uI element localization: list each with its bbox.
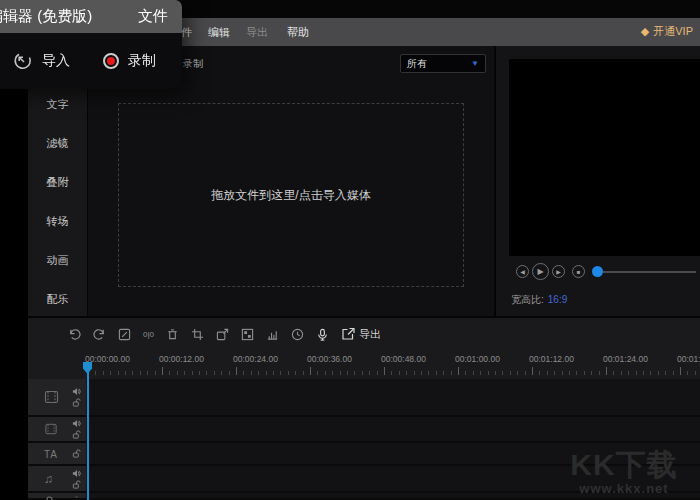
timeline-panel: 0|0 导出 00:00:00.00 00:00:12.00 00:00:24.… [28, 316, 700, 500]
aspect-label: 宽高比: [511, 294, 544, 305]
duration-button[interactable] [291, 328, 304, 341]
sidebar-item-animation[interactable]: 动画 [28, 253, 87, 268]
video-track-icon [44, 423, 58, 435]
mute-toggle-icon[interactable] [72, 419, 81, 428]
track-header-text[interactable]: TA [28, 443, 86, 466]
reverse-button[interactable] [216, 328, 229, 341]
dropzone-text: 拖放文件到这里/点击导入媒体 [211, 187, 370, 204]
popup-menu-file[interactable]: 文件 [138, 7, 168, 26]
export-button[interactable]: 导出 [341, 327, 381, 342]
sidebar-item-music[interactable]: 配乐 [28, 292, 87, 307]
reverse-icon [216, 328, 229, 341]
levels-button[interactable] [266, 328, 279, 341]
record-menu-button[interactable]: 录制 [103, 52, 156, 70]
track-lane-video-1[interactable] [86, 379, 700, 417]
track-lane-music[interactable] [86, 466, 700, 493]
ruler-label: 00:01:00.00 [455, 354, 500, 364]
lock-toggle-icon[interactable] [72, 398, 81, 407]
next-frame-button[interactable]: ▶ [552, 265, 565, 278]
media-filter-value: 所有 [407, 57, 471, 71]
playhead-line[interactable] [87, 363, 89, 500]
ruler-label: 00:00:12.00 [159, 354, 204, 364]
track-lane-audio[interactable] [86, 493, 700, 500]
app-window: 文件 编辑 导出 帮助 ◆ 开通VIP 文字 滤镜 叠附 转场 动画 配乐 录制… [0, 0, 700, 500]
export-icon [341, 327, 355, 341]
ruler-label: 00:00:24.00 [233, 354, 278, 364]
aspect-ratio: 宽高比:16:9 [511, 293, 567, 307]
stop-button[interactable]: ■ [572, 265, 585, 278]
import-label: 导入 [42, 52, 70, 70]
next-frame-icon: ▶ [556, 268, 561, 275]
media-dropzone[interactable]: 拖放文件到这里/点击导入媒体 [118, 103, 464, 287]
menu-help[interactable]: 帮助 [287, 25, 309, 40]
record-dot-icon [103, 53, 119, 69]
ruler-label: 00:01:36.00 [677, 354, 700, 364]
levels-icon [266, 328, 279, 341]
popup-body: 导入 录制 [0, 33, 182, 89]
prev-frame-button[interactable]: ◀ [516, 265, 529, 278]
ruler-label: 00:01:24.00 [603, 354, 648, 364]
playback-controls: ◀ ▶ ▶ ■ [496, 261, 700, 283]
mosaic-icon [241, 328, 254, 341]
import-button[interactable]: 导入 [13, 51, 70, 71]
track-header-music[interactable]: ♫ [28, 466, 86, 493]
stop-icon: ■ [577, 269, 581, 275]
menu-export[interactable]: 导出 [246, 25, 268, 40]
delete-icon [166, 328, 179, 341]
track-lane-video-2[interactable] [86, 417, 700, 443]
media-filter-dropdown[interactable]: 所有 ▼ [400, 54, 486, 73]
timeline-toolbar: 0|0 导出 [28, 318, 700, 350]
undo-icon [68, 328, 81, 341]
sidebar-item-filter[interactable]: 滤镜 [28, 136, 87, 151]
track-row-text: TA [28, 443, 700, 466]
prev-frame-icon: ◀ [520, 268, 525, 275]
timeline-ruler[interactable]: 00:00:00.00 00:00:12.00 00:00:24.00 00:0… [28, 350, 700, 377]
track-header-audio[interactable] [28, 493, 86, 500]
aspect-value[interactable]: 16:9 [548, 294, 567, 305]
ruler-label: 00:00:48.00 [381, 354, 426, 364]
lock-toggle-icon[interactable] [72, 430, 81, 439]
track-row-audio [28, 493, 700, 500]
vip-button[interactable]: ◆ 开通VIP [641, 24, 693, 39]
import-circle-icon [13, 51, 33, 71]
undo-button[interactable] [68, 328, 81, 341]
redo-button[interactable] [93, 328, 106, 341]
video-track-icon [44, 390, 59, 404]
sidebar-item-text[interactable]: 文字 [28, 97, 87, 112]
mute-toggle-icon[interactable] [72, 469, 81, 478]
zoom-callout-popup: 编辑器 (免费版) 文件 导入 录制 [0, 0, 182, 89]
preview-panel: ◀ ▶ ▶ ■ 宽高比:16:9 [494, 46, 700, 316]
vip-label: 开通VIP [653, 24, 693, 39]
crop-button[interactable] [191, 328, 204, 341]
menu-edit[interactable]: 编辑 [208, 25, 230, 40]
edit-button[interactable] [118, 328, 131, 341]
split-icon: 0|0 [143, 330, 154, 339]
split-button[interactable]: 0|0 [143, 330, 154, 339]
mute-toggle-icon[interactable] [72, 496, 81, 498]
seek-bar[interactable] [596, 271, 696, 273]
play-button[interactable]: ▶ [532, 263, 549, 280]
voiceover-button[interactable] [316, 328, 329, 341]
record-button[interactable]: 录制 [183, 57, 203, 71]
track-header-video-2[interactable] [28, 417, 86, 443]
text-track-icon: TA [44, 448, 58, 459]
record-label: 录制 [128, 52, 156, 70]
track-row-video-2 [28, 417, 700, 443]
crop-icon [191, 328, 204, 341]
delete-button[interactable] [166, 328, 179, 341]
popup-title-bar: 编辑器 (免费版) 文件 [0, 0, 182, 33]
sidebar-item-transition[interactable]: 转场 [28, 214, 87, 229]
chevron-down-icon: ▼ [471, 59, 479, 68]
ruler-ticks [88, 367, 700, 375]
mosaic-button[interactable] [241, 328, 254, 341]
track-header-video-1[interactable] [28, 379, 86, 417]
lock-toggle-icon[interactable] [72, 449, 81, 458]
vip-gem-icon: ◆ [641, 26, 649, 37]
edit-icon [118, 328, 131, 341]
lock-toggle-icon[interactable] [72, 480, 81, 489]
microphone-icon [316, 328, 329, 341]
seek-handle[interactable] [592, 266, 603, 277]
track-lane-text[interactable] [86, 443, 700, 466]
sidebar-item-overlay[interactable]: 叠附 [28, 175, 87, 190]
mute-toggle-icon[interactable] [72, 387, 81, 396]
